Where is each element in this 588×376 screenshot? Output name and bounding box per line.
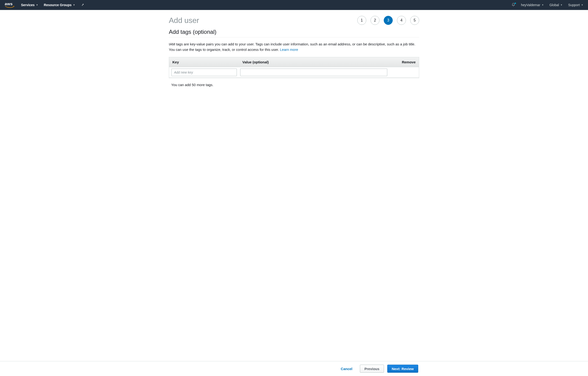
tag-value-input[interactable] <box>240 69 387 76</box>
nav-services-label: Services <box>21 3 35 7</box>
section-description: IAM tags are key-value pairs you can add… <box>169 37 419 57</box>
col-header-key: Key <box>169 57 239 67</box>
aws-logo-text: aws <box>5 2 13 6</box>
nav-region-label: Global <box>549 3 559 7</box>
nav-services[interactable]: Services ▼ <box>21 3 38 7</box>
chevron-down-icon: ▼ <box>542 4 544 6</box>
top-nav: aws Services ▼ Resource Groups ▼ hey <box>0 0 588 10</box>
step-4[interactable]: 4 <box>397 16 406 25</box>
col-header-value: Value (optional) <box>239 57 393 67</box>
chevron-down-icon: ▼ <box>581 4 583 6</box>
top-nav-right: heyValdemar ▼ Global ▼ Support ▼ <box>512 3 583 7</box>
tag-row <box>169 67 419 77</box>
tag-key-input[interactable] <box>171 69 237 76</box>
learn-more-link[interactable]: Learn more <box>280 47 298 52</box>
page-title: Add user <box>169 16 199 25</box>
notifications-button[interactable] <box>512 3 515 7</box>
tag-table: Key Value (optional) Remove <box>169 57 419 78</box>
pin-icon[interactable] <box>81 3 84 7</box>
nav-support[interactable]: Support ▼ <box>568 3 583 7</box>
nav-region[interactable]: Global ▼ <box>549 3 563 7</box>
wizard-steps: 1 2 3 4 5 <box>357 16 419 25</box>
col-header-remove: Remove <box>393 57 419 67</box>
nav-support-label: Support <box>568 3 580 7</box>
nav-account[interactable]: heyValdemar ▼ <box>521 3 544 7</box>
step-1[interactable]: 1 <box>357 16 366 25</box>
step-2[interactable]: 2 <box>370 16 379 25</box>
title-row: Add user 1 2 3 4 5 <box>169 16 419 29</box>
chevron-down-icon: ▼ <box>73 4 75 6</box>
aws-smile-icon <box>5 6 15 8</box>
nav-resource-groups-label: Resource Groups <box>44 3 72 7</box>
chevron-down-icon: ▼ <box>36 4 38 6</box>
notification-dot-icon <box>514 2 516 4</box>
step-3[interactable]: 3 <box>384 16 393 25</box>
tags-remaining-text: You can add 50 more tags. <box>169 78 419 87</box>
step-5[interactable]: 5 <box>410 16 419 25</box>
tag-table-header: Key Value (optional) Remove <box>169 57 419 67</box>
section-heading: Add tags (optional) <box>169 29 419 37</box>
chevron-down-icon: ▼ <box>560 4 563 6</box>
nav-account-label: heyValdemar <box>521 3 540 7</box>
nav-resource-groups[interactable]: Resource Groups ▼ <box>44 3 75 7</box>
aws-logo[interactable]: aws <box>5 2 15 8</box>
main-container: Add user 1 2 3 4 5 Add tags (optional) I… <box>169 10 419 87</box>
top-nav-left: aws Services ▼ Resource Groups ▼ <box>5 2 512 8</box>
